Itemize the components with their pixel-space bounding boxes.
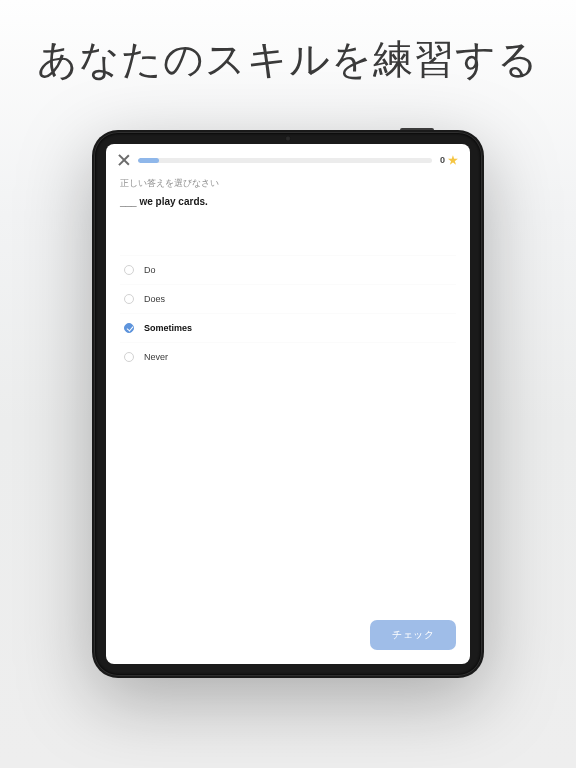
option-never[interactable]: Never [120, 342, 456, 371]
progress-bar [138, 158, 432, 163]
tablet-frame: 0 ★ 正しい答えを選びなさい ___ we play cards. Do Do… [92, 130, 484, 678]
star-icon: ★ [448, 155, 458, 166]
option-do[interactable]: Do [120, 255, 456, 284]
question-text: ___ we play cards. [106, 194, 470, 215]
tablet-device: 0 ★ 正しい答えを選びなさい ___ we play cards. Do Do… [92, 130, 484, 678]
option-label: Never [144, 352, 168, 362]
option-label: Sometimes [144, 323, 192, 333]
option-sometimes[interactable]: Sometimes [120, 313, 456, 342]
radio-icon [124, 352, 134, 362]
quiz-header: 0 ★ [106, 144, 470, 172]
radio-icon [124, 265, 134, 275]
option-label: Do [144, 265, 156, 275]
score-display: 0 ★ [440, 155, 458, 166]
camera-dot [286, 136, 291, 141]
radio-check-icon [124, 323, 134, 333]
option-does[interactable]: Does [120, 284, 456, 313]
progress-fill [138, 158, 159, 163]
option-label: Does [144, 294, 165, 304]
radio-icon [124, 294, 134, 304]
score-value: 0 [440, 155, 445, 165]
check-button[interactable]: チェック [370, 620, 456, 650]
close-icon[interactable] [118, 154, 130, 166]
options-list: Do Does Sometimes Never [106, 215, 470, 371]
instruction-text: 正しい答えを選びなさい [106, 172, 470, 194]
app-screen: 0 ★ 正しい答えを選びなさい ___ we play cards. Do Do… [106, 144, 470, 664]
page-title: あなたのスキルを練習する [0, 0, 576, 87]
